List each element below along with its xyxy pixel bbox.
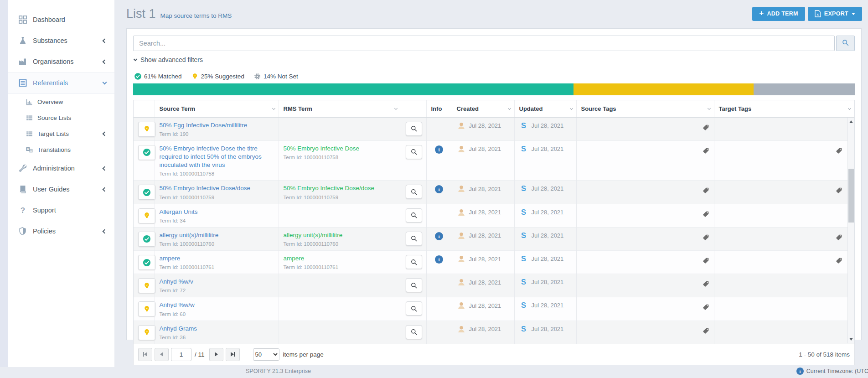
source-term-link[interactable]: 50% Embryo Infective Dose/dose <box>160 184 274 192</box>
sidebar-nav: DashboardSubstancesOrganisationsReferent… <box>8 9 114 242</box>
person-icon <box>457 301 466 310</box>
sidebar-item-referentials[interactable]: Referentials <box>8 72 114 94</box>
add-term-button[interactable]: + ADD TERM <box>752 7 805 21</box>
sidebar-item-substances[interactable]: Substances <box>8 30 114 51</box>
matched-status-button[interactable] <box>138 145 155 160</box>
export-button[interactable]: x EXPORT <box>808 7 862 21</box>
bulb-icon <box>143 125 151 133</box>
preview-term-button[interactable] <box>406 185 422 199</box>
page-size-select[interactable]: 50 <box>253 348 279 361</box>
sidebar-item-administration[interactable]: Administration <box>8 158 114 179</box>
sidebar-item-organisations[interactable]: Organisations <box>8 51 114 72</box>
column-menu-icon[interactable] <box>569 107 573 110</box>
column-header-updated[interactable]: Updated <box>514 100 576 117</box>
created-cell: Jul 28, 2021 <box>457 121 510 130</box>
source-term-link[interactable]: Anhyd Grams <box>160 325 274 333</box>
source-term-link[interactable]: ampere <box>160 254 274 263</box>
chevron-down-icon <box>103 80 107 85</box>
column-header-rms-term[interactable]: RMS Term <box>279 100 401 117</box>
sidebar-item-target-lists[interactable]: Target Lists <box>8 126 114 142</box>
sidebar-item-label: Substances <box>33 37 103 44</box>
source-term-link[interactable]: 50% Embryo Infective Dose the titre requ… <box>160 145 274 170</box>
bulb-icon <box>143 305 151 313</box>
prev-page-button[interactable] <box>155 348 169 361</box>
first-page-icon <box>144 352 147 357</box>
matched-status-button[interactable] <box>138 232 155 247</box>
vertical-scrollbar[interactable] <box>847 118 854 343</box>
stat-notset: 14% Not Set <box>253 72 298 80</box>
info-icon[interactable]: i <box>435 232 443 240</box>
footer: SPORIFY 21.3 Enterprise i Current Timezo… <box>114 366 868 378</box>
created-cell: Jul 28, 2021 <box>457 145 510 154</box>
info-icon[interactable]: i <box>435 185 443 193</box>
suggested-status-button[interactable] <box>138 122 155 137</box>
tag-icon <box>703 257 709 264</box>
system-logo-icon: S <box>519 231 528 240</box>
header-actions: + ADD TERM x EXPORT <box>752 7 862 21</box>
translations-icon: Aa <box>26 146 33 154</box>
sidebar-item-translations[interactable]: AaTranslations <box>8 142 114 158</box>
preview-term-button[interactable] <box>406 301 422 316</box>
next-page-button[interactable] <box>209 348 223 361</box>
matched-status-button[interactable] <box>138 255 155 270</box>
info-icon[interactable]: i <box>435 145 443 154</box>
source-term-link[interactable]: allergy unit(s)/millilitre <box>160 231 274 239</box>
page-number-input[interactable] <box>171 348 191 361</box>
sidebar-item-overview[interactable]: Overview <box>8 94 114 110</box>
column-header-created[interactable]: Created <box>452 100 514 117</box>
last-page-button[interactable] <box>226 348 240 361</box>
sidebar-item-source-lists[interactable]: Source Lists <box>8 110 114 126</box>
scroll-up-icon[interactable] <box>849 120 853 123</box>
advanced-filters-toggle[interactable]: Show advanced filters <box>134 56 855 63</box>
check-circle-icon <box>134 72 142 80</box>
column-header-source-term[interactable]: Source Term <box>155 100 279 117</box>
source-term-link[interactable]: Anhyd %w/v <box>160 278 274 286</box>
sidebar-item-label: Support <box>33 207 106 214</box>
preview-term-button[interactable] <box>406 232 422 246</box>
suggested-status-button[interactable] <box>138 278 155 293</box>
sidebar-item-user-guides[interactable]: User Guides <box>8 179 114 200</box>
sidebar-item-label: Organisations <box>33 58 103 65</box>
bulb-icon <box>191 72 199 80</box>
sidebar-item-policies[interactable]: Policies <box>8 221 114 242</box>
table-row: allergy unit(s)/millilitreTerm Id: 10000… <box>134 227 854 250</box>
source-term-link[interactable]: Allergan Units <box>160 208 274 216</box>
column-header-source-tags[interactable]: Source Tags <box>576 100 714 117</box>
column-menu-icon[interactable] <box>272 107 275 110</box>
sidebar-item-dashboard[interactable]: Dashboard <box>8 9 114 30</box>
scroll-down-icon[interactable] <box>849 338 853 341</box>
column-menu-icon[interactable] <box>848 107 851 110</box>
preview-term-button[interactable] <box>406 145 422 159</box>
system-logo-icon: S <box>519 121 528 130</box>
preview-term-button[interactable] <box>406 255 422 269</box>
matched-status-button[interactable] <box>138 185 155 200</box>
preview-term-button[interactable] <box>406 278 422 292</box>
svg-text:A: A <box>27 147 29 150</box>
suggested-status-button[interactable] <box>138 325 155 340</box>
magnifier-icon <box>410 282 418 289</box>
column-header-target-tags[interactable]: Target Tags <box>714 100 854 117</box>
scrollbar-thumb[interactable] <box>848 169 854 223</box>
source-term-link[interactable]: 50% Egg Infective Dose/millilitre <box>160 121 274 129</box>
tag-icon <box>703 211 709 217</box>
preview-term-button[interactable] <box>406 122 422 136</box>
search-input[interactable] <box>133 36 835 51</box>
info-icon[interactable]: i <box>435 255 443 264</box>
tag-icon <box>703 187 709 194</box>
source-term-id: Term Id: 100000110761 <box>160 264 274 270</box>
source-term-link[interactable]: Anhyd %w/w <box>160 301 274 309</box>
system-logo-icon: S <box>519 184 528 193</box>
suggested-status-button[interactable] <box>138 208 155 223</box>
search-button[interactable] <box>836 36 855 51</box>
column-menu-icon[interactable] <box>507 107 511 110</box>
column-menu-icon[interactable] <box>707 107 710 110</box>
first-page-button[interactable] <box>138 348 152 361</box>
suggested-status-button[interactable] <box>138 301 155 316</box>
preview-term-button[interactable] <box>406 208 422 223</box>
column-menu-icon[interactable] <box>394 107 397 110</box>
sidebar-item-support[interactable]: ?Support <box>8 200 114 221</box>
caret-down-icon <box>852 13 855 15</box>
tag-icon <box>703 304 709 311</box>
preview-term-button[interactable] <box>406 325 422 339</box>
system-logo-icon: S <box>519 278 528 286</box>
